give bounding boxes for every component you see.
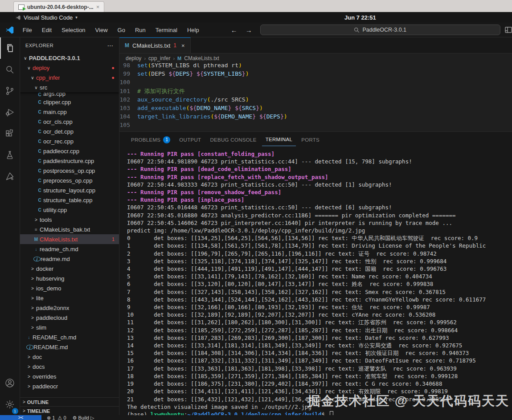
- clock[interactable]: Jun 7 22:51: [344, 14, 376, 21]
- app-menu[interactable]: Visual Studio Code ▾: [15, 14, 78, 21]
- menu-item-go[interactable]: Go: [114, 25, 129, 35]
- tree-item-ocr_det.cpp[interactable]: Cocr_det.cpp: [20, 126, 119, 136]
- tree-item-docs[interactable]: >docs: [20, 362, 119, 371]
- vm-tab-close-icon[interactable]: ×: [96, 4, 100, 10]
- problem-count-badge: 1: [112, 237, 115, 242]
- tree-item-paddleocr[interactable]: >paddleocr: [20, 381, 119, 391]
- tree-item-args.cpp[interactable]: Cargs.cpp: [20, 92, 119, 97]
- outline-section[interactable]: >OUTLINE: [20, 397, 119, 406]
- tree-item-tools[interactable]: >tools: [20, 215, 119, 224]
- tree-item-readme.md[interactable]: iREADME.md: [20, 342, 119, 352]
- vm-tab[interactable]: ubuntu-20.04.6-desktop-... ×: [13, 1, 104, 12]
- tree-item-main.cpp[interactable]: Cmain.cpp: [20, 107, 119, 117]
- tree-item-cmakelists.txt[interactable]: MCMakeLists.txt1: [20, 234, 119, 244]
- breadcrumb-item[interactable]: cpp_infer: [148, 55, 170, 61]
- command-center-search[interactable]: PaddleOCR-3.0.1: [260, 24, 500, 35]
- tree-item-cmakelists_bak.txt[interactable]: ≡CMakeLists_bak.txt: [20, 224, 119, 234]
- tree-item-structure_layout.cpp[interactable]: Cstructure_layout.cpp: [20, 185, 119, 195]
- cpp-file-icon: C: [36, 178, 43, 183]
- tree-item-paddlecloud[interactable]: >paddlecloud: [20, 313, 119, 322]
- nav-forward-icon[interactable]: →: [246, 26, 252, 34]
- tree-item-hubserving[interactable]: >hubserving: [20, 273, 119, 283]
- cmake-tools-icon[interactable]: [0, 166, 20, 187]
- terminal-line: I0607 22:50:45.146062 46723 pir_interpre…: [127, 219, 512, 227]
- tree-item-postprocess_op.cpp[interactable]: Cpostprocess_op.cpp: [20, 166, 119, 175]
- menu-item-terminal[interactable]: Terminal: [152, 25, 181, 35]
- tree-item-utility.cpp[interactable]: Cutility.cpp: [20, 205, 119, 215]
- run-debug-icon[interactable]: [0, 102, 20, 123]
- tree-caret-icon: >: [29, 315, 36, 320]
- explorer-icon[interactable]: [0, 37, 20, 59]
- breadcrumb-item[interactable]: deploy: [126, 55, 141, 61]
- nav-back-icon[interactable]: ←: [231, 26, 238, 34]
- tree-item-preprocess_op.cpp[interactable]: Cpreprocess_op.cpp: [20, 175, 119, 185]
- terminal[interactable]: --- Running PIR pass [constant_folding_p…: [119, 147, 512, 415]
- info-file-icon: i: [33, 257, 41, 261]
- tree-item-paddleocr-3.0.1[interactable]: ∨PADDLEOCR-3.0.1: [20, 53, 119, 63]
- error-count[interactable]: ⊗ 1 ⚠ 0: [47, 415, 66, 420]
- breadcrumb[interactable]: deploy›cpp_infer›MCMakeLists.txt: [119, 53, 512, 63]
- cpp-file-icon: C: [36, 168, 43, 173]
- tree-item-paddlestructure.cpp[interactable]: Cpaddlestructure.cpp: [20, 156, 119, 166]
- tree-item-label: paddlestructure.cpp: [43, 158, 94, 164]
- explorer-title: EXPLORER: [25, 43, 53, 48]
- panel-tab-ports[interactable]: PORTS: [298, 134, 323, 146]
- tree-item-ocr_rec.cpp[interactable]: Cocr_rec.cpp: [20, 136, 119, 146]
- settings-gear-icon[interactable]: 1: [0, 394, 20, 415]
- terminal-line: 17 det boxes: [[33,363],[181,363],[181,3…: [127, 365, 512, 372]
- search-value: PaddleOCR-3.0.1: [362, 27, 406, 33]
- build-button[interactable]: ⚙ Build ▷: [73, 415, 94, 420]
- tab-cmakelists[interactable]: M CMakeLists.txt 1 ×: [119, 37, 191, 53]
- tree-item-ocr_cls.cpp[interactable]: Cocr_cls.cpp: [20, 117, 119, 126]
- tree-item-lite[interactable]: >lite: [20, 293, 119, 303]
- tree-item-readme.md[interactable]: ireadme.md: [20, 254, 119, 264]
- tree-item-overrides[interactable]: >overrides: [20, 371, 119, 381]
- mdown-file-icon: ↓: [25, 335, 33, 340]
- tree-item-paddle2onnx[interactable]: >paddle2onnx: [20, 303, 119, 313]
- breadcrumb-item[interactable]: CMakeLists.txt: [184, 55, 219, 61]
- tree-item-structure_table.cpp[interactable]: Cstructure_table.cpp: [20, 195, 119, 205]
- tree-item-readme_ch.md[interactable]: ↓README_ch.md: [20, 332, 119, 342]
- menu-item-view[interactable]: View: [91, 25, 112, 35]
- tree-item-cpp_infer[interactable]: ∨cpp_infer●: [20, 73, 119, 82]
- menu-item-file[interactable]: File: [19, 25, 36, 35]
- tree-item-doc[interactable]: >doc: [20, 352, 119, 362]
- tree-caret-icon: ∨: [25, 65, 33, 70]
- tree-item-readme_ch.md[interactable]: ↓readme_ch.md: [20, 244, 119, 254]
- cpp-file-icon: C: [36, 100, 43, 105]
- search-sidebar-icon[interactable]: [0, 59, 20, 80]
- menu-item-run[interactable]: Run: [131, 25, 150, 35]
- code-line: 105: [119, 121, 512, 129]
- layout-toggle-icon[interactable]: [505, 26, 512, 34]
- tree-item-paddleocr.cpp[interactable]: Cpaddleocr.cpp: [20, 146, 119, 156]
- tree-item-src[interactable]: ∨src: [20, 82, 119, 92]
- tree-item-deploy[interactable]: ∨deploy●: [20, 63, 119, 73]
- timeline-section[interactable]: >TIMELINE: [20, 406, 119, 415]
- menu-item-selection[interactable]: Selection: [57, 25, 89, 35]
- tree-item-clipper.cpp[interactable]: Cclipper.cpp: [20, 97, 119, 107]
- account-icon[interactable]: [0, 372, 20, 394]
- tree-item-docker[interactable]: >docker: [20, 264, 119, 273]
- source-control-icon[interactable]: [0, 80, 20, 102]
- extensions-icon[interactable]: [0, 123, 20, 144]
- tree-caret-icon: >: [25, 374, 33, 379]
- terminal-line: 13 det boxes: [[187,283],[269,283],[269,…: [127, 334, 512, 342]
- testing-icon[interactable]: [0, 144, 20, 166]
- code-line: 103add_executable(${DEMO_NAME} ${SRCS}): [119, 104, 512, 112]
- menu-item-help[interactable]: Help: [183, 25, 203, 35]
- remote-indicator[interactable]: ><: [0, 415, 41, 420]
- panel-tab-debug-console[interactable]: DEBUG CONSOLE: [206, 134, 260, 146]
- menu-item-edit[interactable]: Edit: [38, 25, 56, 35]
- explorer-more-icon[interactable]: ⋯: [107, 42, 114, 49]
- code-editor[interactable]: 98set(SYSTEM_LIBS dl pthread rt)99set(DE…: [119, 63, 512, 131]
- tree-item-ios_demo[interactable]: >ios_demo: [20, 283, 119, 293]
- tab-close-icon[interactable]: ×: [181, 42, 185, 49]
- menu-bar: FileEditSelectionViewGoRunTerminalHelp: [19, 25, 203, 35]
- tree-item-slim[interactable]: >slim: [20, 322, 119, 332]
- tree-caret-icon: >: [25, 364, 33, 369]
- tree-item-label: deploy: [33, 65, 49, 71]
- panel-tab-terminal[interactable]: TERMINAL: [262, 133, 296, 146]
- terminal-line: 5 det boxes: [[33,141],[79,143],[78,162]…: [127, 273, 512, 280]
- panel-tab-output[interactable]: OUTPUT: [176, 134, 205, 146]
- panel-tab-problems[interactable]: PROBLEMS1: [127, 133, 174, 147]
